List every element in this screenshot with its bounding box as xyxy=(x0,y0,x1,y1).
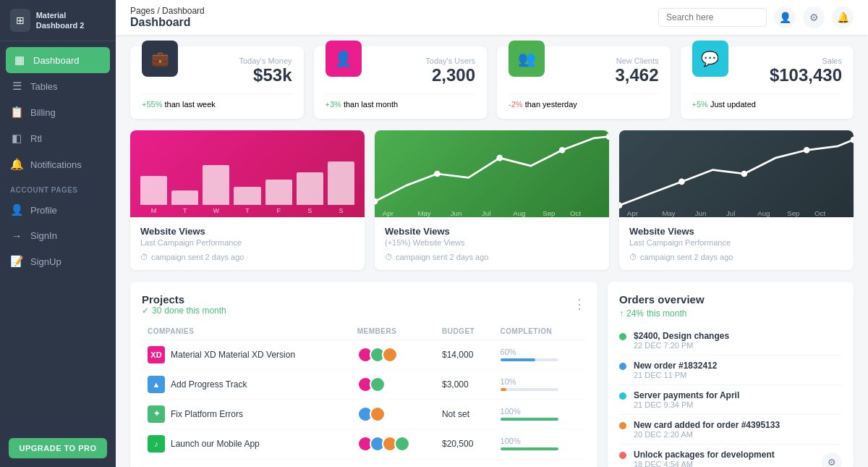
completion-inner: 10% xyxy=(501,377,580,391)
order-info: $2400, Design changes 22 DEC 7:20 PM xyxy=(634,331,842,350)
col-completion: COMPLETION xyxy=(495,323,586,340)
projects-menu-button[interactable]: ⋮ xyxy=(573,296,586,312)
order-item: Unlock packages for development 18 DEC 4… xyxy=(619,445,842,467)
stat-card-money: 💼 Today's Money $53k +55% than last week xyxy=(130,46,304,119)
progress-bar-wrap xyxy=(501,418,558,421)
sidebar-item-rtl[interactable]: ◧ Rtl xyxy=(0,125,116,151)
orders-header: Orders overview xyxy=(619,293,842,306)
sidebar-item-signin[interactable]: → SignIn xyxy=(0,223,116,248)
chart-visual-3: Apr May Jun Jul Aug Sep Oct xyxy=(619,130,854,217)
members-cell xyxy=(352,429,436,458)
avatar xyxy=(394,436,410,452)
stat-label-clients: New Clients xyxy=(615,56,658,65)
stat-value-clients: 3,462 xyxy=(615,65,658,86)
completion-cell: 100% xyxy=(495,429,586,458)
chart-subtitle-1: Last Campaign Performance xyxy=(140,238,354,247)
upgrade-button[interactable]: UPGRADE TO PRO xyxy=(9,438,107,458)
progress-bar-fill xyxy=(501,447,558,450)
svg-point-3 xyxy=(559,147,566,153)
stat-right: New Clients 3,462 xyxy=(615,56,658,86)
svg-text:Apr: Apr xyxy=(627,209,639,217)
bar-chart: M T W T xyxy=(130,130,365,217)
completion-cell: 10% xyxy=(495,369,586,399)
sidebar-item-notifications[interactable]: 🔔 Notifications xyxy=(0,151,116,177)
stat-footer-money: +55% than last week xyxy=(142,93,292,109)
members-cell xyxy=(352,340,436,369)
billing-icon: 📋 xyxy=(10,106,23,119)
company-cell: ✦ Fix Platform Errors xyxy=(142,399,352,429)
col-members: MEMBERS xyxy=(352,323,436,340)
col-budget: BUDGET xyxy=(436,323,495,340)
completion-cell: 60% xyxy=(495,340,586,369)
svg-point-15 xyxy=(804,147,810,153)
progress-bar-fill xyxy=(501,358,535,361)
projects-header: Projects ✓ 30 done this month ⋮ xyxy=(142,293,586,316)
completion-pct: 100% xyxy=(501,407,580,416)
bar-label: F xyxy=(276,207,281,214)
svg-text:May: May xyxy=(417,209,430,217)
svg-text:Jun: Jun xyxy=(695,209,707,217)
chart-info-3: Website Views Last Campaign Performance … xyxy=(619,217,854,270)
order-item: $2400, Design changes 22 DEC 7:20 PM xyxy=(619,326,842,355)
settings-icon[interactable]: ⚙ xyxy=(803,7,825,28)
search-input[interactable] xyxy=(658,8,767,27)
col-companies: COMPANIES xyxy=(142,323,352,340)
orders-card: Orders overview ↑ 24% this month $2400, … xyxy=(608,282,854,467)
completion-inner: 100% xyxy=(501,407,580,421)
company-icon: ▲ xyxy=(148,376,165,393)
company-cell: ▲ Add Progress Track xyxy=(142,369,352,399)
company-cell-inner: ▲ Add Progress Track xyxy=(148,376,346,393)
completion-pct: 60% xyxy=(501,348,580,356)
bar xyxy=(140,176,167,205)
completion-inner: 60% xyxy=(501,348,580,361)
bar-label: S xyxy=(339,207,343,214)
sidebar-item-tables[interactable]: ☰ Tables xyxy=(0,73,116,99)
sidebar-item-billing[interactable]: 📋 Billing xyxy=(0,99,116,125)
svg-point-2 xyxy=(496,155,503,161)
account-icon[interactable]: 👤 xyxy=(774,7,796,28)
bar-group: M xyxy=(140,176,167,214)
order-date: 21 DEC 9:34 PM xyxy=(634,400,842,409)
table-row: ▲ Add Progress Track $3,000 10% xyxy=(142,369,586,399)
avatar xyxy=(370,406,386,422)
bar xyxy=(265,180,292,205)
stat-card-header: 👥 New Clients 3,462 xyxy=(509,56,659,86)
bar-label: T xyxy=(245,207,250,214)
company-cell-inner: ✦ Fix Platform Errors xyxy=(148,405,346,423)
charts-row: M T W T xyxy=(130,130,854,270)
company-cell: XD Material XD Material XD Version xyxy=(142,340,352,369)
stat-label-users: Today's Users xyxy=(425,56,475,65)
progress-bar-fill xyxy=(501,418,558,421)
budget-cell: $14,000 xyxy=(436,340,495,369)
sidebar-item-label: Notifications xyxy=(30,159,82,170)
bar-label: W xyxy=(213,207,220,214)
budget-cell: $20,500 xyxy=(436,429,495,458)
members-cell xyxy=(352,399,436,429)
stat-change-clients: -2% xyxy=(509,100,523,109)
svg-text:Sep: Sep xyxy=(787,209,800,217)
chart-card-3: Apr May Jun Jul Aug Sep Oct Website View… xyxy=(619,130,854,270)
stat-label-sales: Sales xyxy=(770,56,842,65)
sidebar-item-profile[interactable]: 👤 Profile xyxy=(0,197,116,223)
bell-icon[interactable]: 🔔 xyxy=(832,7,854,28)
orders-settings-button[interactable]: ⚙ xyxy=(822,453,842,467)
avatar xyxy=(382,347,398,363)
orders-list: $2400, Design changes 22 DEC 7:20 PM New… xyxy=(619,326,842,467)
chart-info-1: Website Views Last Campaign Performance … xyxy=(130,217,365,270)
stat-right: Today's Users 2,300 xyxy=(425,56,475,86)
order-dot xyxy=(619,333,626,340)
sidebar-item-label: Dashboard xyxy=(33,55,80,66)
brand-icon: ⊞ xyxy=(10,9,30,32)
page-title: Dashboard xyxy=(130,16,205,29)
notifications-icon: 🔔 xyxy=(10,158,23,171)
sidebar-item-dashboard[interactable]: ▦ Dashboard xyxy=(6,47,110,73)
sidebar-item-label: Tables xyxy=(30,81,58,92)
sidebar-item-label: SignUp xyxy=(30,256,61,267)
line-chart-svg-3: Apr May Jun Jul Aug Sep Oct xyxy=(619,130,854,217)
chart-subtitle-2: (+15%) Website Views xyxy=(385,238,599,247)
sidebar-item-signup[interactable]: 📝 SignUp xyxy=(0,248,116,274)
budget-cell: $3,000 xyxy=(436,369,495,399)
members-avatars xyxy=(357,376,430,392)
breadcrumb: Pages / Dashboard xyxy=(130,6,205,16)
header: Pages / Dashboard Dashboard 👤 ⚙ 🔔 xyxy=(116,0,868,35)
